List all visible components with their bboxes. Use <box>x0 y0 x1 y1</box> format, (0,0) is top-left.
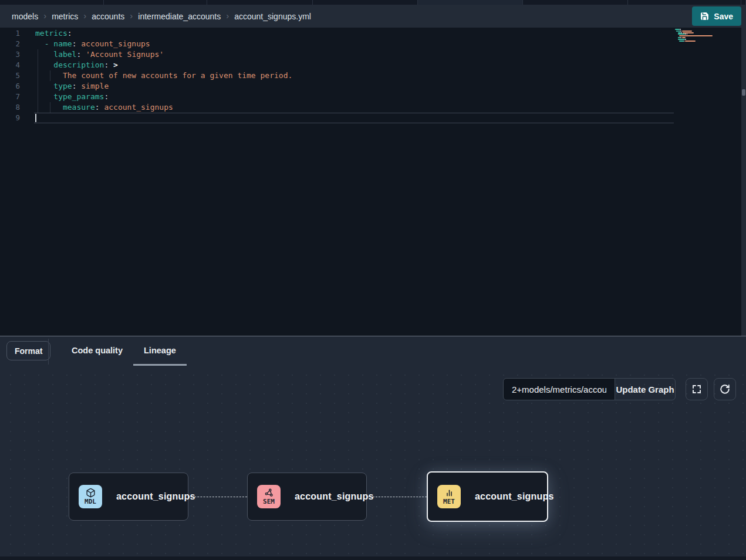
current-line-highlight <box>34 113 674 123</box>
file-tab[interactable] <box>313 0 418 5</box>
line-number: 4 <box>0 60 26 70</box>
metric-icon: MET <box>437 485 461 508</box>
lineage-edge <box>367 497 427 497</box>
node-label: account_signups <box>295 491 374 502</box>
code-line[interactable]: 8 measure: account_signups <box>0 102 746 113</box>
window-bottom-strip <box>0 556 746 560</box>
minimap-line <box>687 33 688 35</box>
node-badge-label: MET <box>443 498 455 505</box>
indent-guide <box>38 49 38 60</box>
breadcrumb-item[interactable]: intermediate_accounts <box>138 12 221 21</box>
lineage-edge <box>188 497 247 497</box>
minimap-line <box>682 31 692 32</box>
indent-guide <box>38 81 38 92</box>
code-line[interactable]: 7 type_params: <box>0 92 746 102</box>
minimap-line <box>680 31 681 32</box>
file-tab[interactable] <box>104 0 207 5</box>
code-line[interactable]: 6 type: simple <box>0 81 746 92</box>
panel-tab-lineage[interactable]: Lineage <box>133 336 187 366</box>
minimap-line <box>684 41 685 42</box>
indent-guide <box>38 60 38 70</box>
minimap-line <box>678 39 686 40</box>
node-label: account_signups <box>116 491 195 502</box>
editor-minimap[interactable] <box>675 29 713 70</box>
line-number: 2 <box>0 39 26 49</box>
minimap-line <box>680 29 681 30</box>
code-line-text: type: simple <box>26 81 109 92</box>
minimap-line <box>678 33 686 35</box>
minimap-line <box>685 39 686 40</box>
code-line-text: label: 'Account Signups' <box>26 49 164 60</box>
panel-header: Format Code qualityLineage <box>0 336 746 372</box>
breadcrumb-chevron-icon: › <box>226 11 229 20</box>
code-line[interactable]: 9 <box>0 113 746 123</box>
line-number: 1 <box>0 28 26 39</box>
minimap-line <box>681 32 682 33</box>
code-line-text: type_params: <box>26 92 109 102</box>
breadcrumb-chevron-icon: › <box>83 11 86 20</box>
minimap-line <box>680 37 681 38</box>
line-number: 8 <box>0 102 26 113</box>
minimap-line <box>685 41 695 42</box>
lineage-selector-input[interactable] <box>503 378 615 400</box>
code-line-text: measure: account_signups <box>26 102 173 113</box>
refresh-icon <box>720 384 730 394</box>
minimap-line <box>679 35 713 36</box>
code-line[interactable]: 4 description: > <box>0 60 746 70</box>
lineage-controls: Update Graph <box>503 378 736 400</box>
code-line[interactable]: 2 - name: account_signups <box>0 39 746 49</box>
indent-guide <box>38 92 38 102</box>
line-number: 9 <box>0 113 26 123</box>
code-line-text: The count of new accounts for a given ti… <box>26 70 292 81</box>
save-button[interactable]: Save <box>692 6 741 26</box>
minimap-line <box>682 37 686 38</box>
fullscreen-button[interactable] <box>686 378 708 400</box>
open-file-tabstrip[interactable] <box>0 0 746 5</box>
line-number: 5 <box>0 70 26 81</box>
breadcrumb-item[interactable]: accounts <box>92 12 124 21</box>
breadcrumb-bar: models›metrics›accounts›intermediate_acc… <box>0 5 746 28</box>
code-line-text: - name: account_signups <box>26 39 150 49</box>
line-number: 3 <box>0 49 26 60</box>
code-lines: 1metrics:2 - name: account_signups3 labe… <box>0 28 746 123</box>
format-button[interactable]: Format <box>6 341 50 360</box>
indent-guide <box>38 102 38 113</box>
indent-guide <box>50 70 50 81</box>
breadcrumb: models›metrics›accounts›intermediate_acc… <box>12 12 311 21</box>
breadcrumb-item[interactable]: models <box>12 12 38 21</box>
semantic-icon: SEM <box>257 485 281 508</box>
lineage-node-mdl[interactable]: MDLaccount_signups <box>69 473 188 521</box>
text-cursor <box>35 114 36 122</box>
breadcrumb-chevron-icon: › <box>43 11 46 20</box>
code-line[interactable]: 1metrics: <box>0 28 746 39</box>
editor-scrollbar-thumb[interactable] <box>742 89 745 96</box>
minimap-line <box>675 29 680 30</box>
line-number: 7 <box>0 92 26 102</box>
file-tab[interactable] <box>0 0 104 5</box>
breadcrumb-item[interactable]: account_signups.yml <box>234 12 311 21</box>
lineage-node-sem[interactable]: SEMaccount_signups <box>247 473 367 521</box>
lineage-node-met[interactable]: METaccount_signups <box>427 471 548 522</box>
node-badge-label: SEM <box>263 498 275 505</box>
node-label: account_signups <box>475 491 554 502</box>
file-tab[interactable] <box>628 0 741 5</box>
file-tab[interactable] <box>418 0 523 5</box>
indent-guide <box>38 70 38 81</box>
lineage-canvas[interactable]: Update Graph MDLaccount_signupsSE <box>0 372 746 556</box>
file-tab[interactable] <box>207 0 313 5</box>
code-line[interactable]: 5 The count of new accounts for a given … <box>0 70 746 81</box>
update-graph-button[interactable]: Update Graph <box>615 378 676 400</box>
file-tab[interactable] <box>523 0 628 5</box>
editor-scrollbar[interactable] <box>741 28 746 336</box>
panel-tab-code-quality[interactable]: Code quality <box>61 336 133 366</box>
code-line[interactable]: 3 label: 'Account Signups' <box>0 49 746 60</box>
code-line-text: description: > <box>26 60 118 70</box>
file-tab[interactable] <box>741 0 746 5</box>
code-editor[interactable]: 1metrics:2 - name: account_signups3 labe… <box>0 28 746 336</box>
breadcrumb-item[interactable]: metrics <box>52 12 78 21</box>
breadcrumb-chevron-icon: › <box>130 11 133 20</box>
header-separator <box>48 339 49 365</box>
minimap-line <box>685 33 686 35</box>
save-disk-icon <box>700 12 709 21</box>
refresh-button[interactable] <box>714 378 736 400</box>
